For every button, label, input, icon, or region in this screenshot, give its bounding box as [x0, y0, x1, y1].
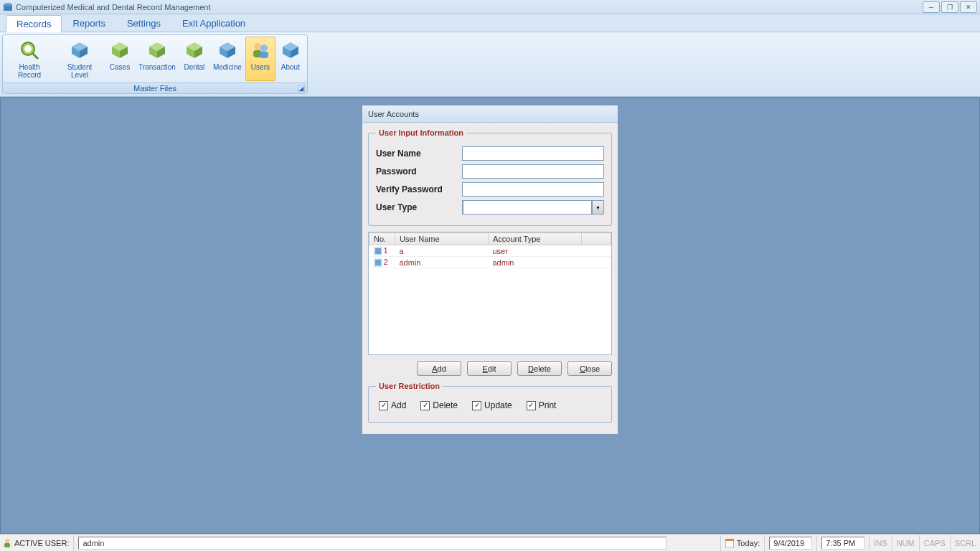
- menu-bar: Records Reports Settings Exit Applicatio…: [0, 14, 980, 32]
- box-green-icon: [183, 39, 206, 62]
- panel-title: User Accounts: [362, 105, 618, 123]
- ribbon-dental[interactable]: Dental: [179, 37, 209, 81]
- magnifier-icon: [18, 39, 41, 62]
- cell-user: a: [395, 245, 489, 257]
- ribbon-label: About: [281, 63, 300, 71]
- delete-button[interactable]: Delete: [517, 361, 562, 376]
- ribbon-caption-label: Master Files: [133, 84, 176, 93]
- add-button[interactable]: Add: [417, 361, 461, 376]
- svg-rect-34: [725, 539, 734, 541]
- ribbon-about[interactable]: About: [275, 37, 306, 81]
- ribbon-transaction[interactable]: Transaction: [135, 37, 179, 81]
- col-type[interactable]: Account Type: [489, 233, 582, 245]
- app-icon: [3, 2, 13, 12]
- mdi-client: User Accounts User Input Information Use…: [0, 97, 980, 534]
- ribbon-medicine[interactable]: Medicine: [209, 37, 245, 81]
- svg-rect-23: [260, 52, 268, 58]
- restrict-delete-checkbox[interactable]: ✓Delete: [420, 400, 458, 410]
- close-button[interactable]: Close: [567, 361, 612, 376]
- user-input-legend: User Input Information: [376, 128, 466, 137]
- svg-rect-28: [375, 248, 381, 254]
- ribbon-group-caption: Master Files ◢: [3, 83, 307, 93]
- col-no[interactable]: No.: [369, 233, 395, 245]
- edit-button[interactable]: Edit: [467, 361, 512, 376]
- user-restriction-fieldset: User Restriction ✓Add ✓Delete ✓Update ✓P…: [368, 382, 612, 423]
- ribbon-label: Dental: [184, 63, 204, 71]
- ribbon-student-level[interactable]: Student Level: [55, 37, 105, 81]
- title-bar: Computerized Medical and Dental Record M…: [0, 0, 980, 14]
- row-icon: [374, 247, 382, 255]
- user-type-combo[interactable]: ▼: [462, 200, 604, 215]
- user-type-input[interactable]: [463, 200, 592, 215]
- ins-indicator: INS: [869, 535, 891, 551]
- ribbon-label: Users: [251, 63, 270, 71]
- cell-no: 1: [384, 246, 388, 255]
- svg-point-20: [254, 43, 261, 50]
- col-user[interactable]: User Name: [395, 233, 489, 245]
- user-restriction-legend: User Restriction: [376, 382, 443, 390]
- maximize-button[interactable]: ❐: [941, 1, 958, 13]
- table-row[interactable]: 1 a user: [369, 245, 611, 257]
- ribbon-users[interactable]: Users: [245, 37, 275, 81]
- user-type-label: User Type: [376, 202, 462, 212]
- num-indicator: NUM: [892, 535, 919, 551]
- verify-password-input[interactable]: [462, 182, 604, 197]
- restrict-update-checkbox[interactable]: ✓Update: [472, 400, 512, 410]
- close-window-button[interactable]: ✕: [960, 1, 977, 13]
- restrict-update-label: Update: [484, 400, 512, 410]
- row-icon: [374, 258, 382, 267]
- ribbon-label: Transaction: [138, 63, 176, 71]
- chevron-down-icon[interactable]: ▼: [592, 201, 603, 214]
- box-icon: [68, 39, 91, 62]
- svg-point-21: [260, 44, 268, 52]
- user-accounts-panel: User Accounts User Input Information Use…: [362, 105, 618, 435]
- ribbon-label: Student Level: [58, 63, 101, 79]
- scrl-indicator: SCRL: [950, 535, 980, 551]
- ribbon-label: Medicine: [213, 63, 242, 71]
- restrict-print-checkbox[interactable]: ✓Print: [527, 400, 557, 410]
- restrict-add-label: Add: [391, 400, 406, 410]
- username-input[interactable]: [462, 146, 604, 161]
- password-label: Password: [376, 166, 462, 176]
- restrict-delete-label: Delete: [433, 400, 458, 410]
- restrict-print-label: Print: [539, 400, 557, 410]
- ribbon: Health Record Student Level Cases Transa…: [0, 32, 980, 97]
- svg-point-3: [24, 45, 32, 52]
- dialog-launcher-icon[interactable]: ◢: [298, 85, 305, 92]
- box-blue-icon: [216, 39, 239, 62]
- tab-settings[interactable]: Settings: [116, 14, 171, 32]
- today-label: Today:: [737, 539, 760, 547]
- box-green-icon: [108, 39, 131, 62]
- svg-rect-1: [5, 3, 11, 6]
- cell-user: admin: [395, 257, 489, 268]
- time-field: 7:35 PM: [821, 537, 864, 550]
- button-row: Add Edit Delete Close: [368, 361, 612, 376]
- caps-indicator: CAPS: [919, 535, 950, 551]
- users-grid[interactable]: No. User Name Account Type 1 a user 2: [368, 232, 612, 355]
- svg-rect-32: [4, 543, 10, 547]
- ribbon-label: Health Record: [8, 63, 51, 79]
- tab-exit[interactable]: Exit Application: [171, 14, 256, 32]
- cell-type: admin: [489, 257, 582, 268]
- tab-reports[interactable]: Reports: [62, 14, 116, 32]
- tab-records[interactable]: Records: [6, 15, 62, 32]
- svg-rect-30: [375, 260, 381, 265]
- svg-point-31: [5, 539, 9, 543]
- user-input-fieldset: User Input Information User Name Passwor…: [368, 128, 612, 226]
- restrict-add-checkbox[interactable]: ✓Add: [379, 400, 406, 410]
- table-row[interactable]: 2 admin admin: [369, 257, 611, 268]
- calendar-icon: [725, 539, 734, 547]
- cell-no: 2: [384, 258, 388, 266]
- active-user-field: admin: [78, 537, 666, 550]
- date-field: 9/4/2019: [769, 537, 812, 550]
- ribbon-cases[interactable]: Cases: [105, 37, 135, 81]
- status-bar: ACTIVE USER: admin Today: 9/4/2019 7:35 …: [0, 534, 980, 551]
- password-input[interactable]: [462, 164, 604, 179]
- username-label: User Name: [376, 149, 462, 159]
- ribbon-label: Cases: [110, 63, 130, 71]
- ribbon-health-record[interactable]: Health Record: [4, 37, 55, 81]
- active-user-label: ACTIVE USER:: [14, 539, 69, 547]
- minimize-button[interactable]: ─: [923, 1, 940, 13]
- cell-type: user: [489, 245, 582, 257]
- ribbon-group-master-files: Health Record Student Level Cases Transa…: [2, 34, 308, 94]
